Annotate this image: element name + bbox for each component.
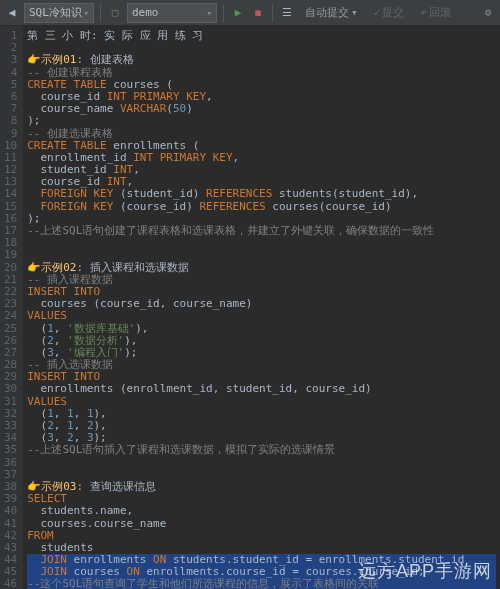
toolbar-separator	[223, 4, 224, 22]
code-line[interactable]: --上述SQL语句创建了课程表格和选课表格，并建立了外键关联，确保数据的一致性	[27, 225, 496, 237]
toolbar-separator	[272, 4, 273, 22]
console-dropdown-label: SQL冷知识	[29, 5, 82, 20]
explain-icon[interactable]: ☰	[279, 5, 295, 21]
code-line[interactable]: 👉示例03: 查询选课信息	[27, 481, 496, 493]
code-line[interactable]	[27, 249, 496, 261]
toolbar-separator	[100, 4, 101, 22]
code-line[interactable]: students.name,	[27, 505, 496, 517]
chevron-down-icon: ▾	[207, 8, 212, 18]
code-line[interactable]: courses (course_id, course_name)	[27, 298, 496, 310]
code-line[interactable]	[27, 237, 496, 249]
code-line[interactable]: FROM	[27, 530, 496, 542]
code-area[interactable]: 第 三 小 时: 实 际 应 用 练 习 👉示例01: 创建表格-- 创建课程表…	[23, 26, 500, 589]
line-gutter: 1234567891011121314151617181920212223242…	[0, 26, 23, 589]
run-icon[interactable]: ▶	[230, 5, 246, 21]
code-line[interactable]: courses.course_name	[27, 518, 496, 530]
autocommit-dropdown[interactable]: 自动提交 ▾	[299, 3, 364, 23]
code-line[interactable]: VALUES	[27, 396, 496, 408]
rollback-button[interactable]: ↶回滚	[414, 3, 457, 23]
schema-icon: ▢	[107, 5, 123, 21]
autocommit-label: 自动提交	[305, 5, 349, 20]
code-line[interactable]: --这个SQL语句查询了学生和他们所选课程的信息，展示了表格间的关联	[27, 578, 496, 589]
code-line[interactable]	[27, 457, 496, 469]
code-line[interactable]: course_name VARCHAR(50)	[27, 103, 496, 115]
code-line[interactable]: enrollments (enrollment_id, student_id, …	[27, 383, 496, 395]
commit-button[interactable]: ✓提交	[368, 3, 411, 23]
console-dropdown[interactable]: SQL冷知识 ▾	[24, 3, 94, 23]
settings-icon[interactable]: ⚙	[480, 5, 496, 21]
code-editor[interactable]: 1234567891011121314151617181920212223242…	[0, 26, 500, 589]
schema-dropdown[interactable]: demo ▾	[127, 3, 217, 23]
toolbar: ◀ SQL冷知识 ▾ ▢ demo ▾ ▶ ◼ ☰ 自动提交 ▾ ✓提交 ↶回滚…	[0, 0, 500, 26]
code-line[interactable]: 第 三 小 时: 实 际 应 用 练 习	[27, 30, 496, 42]
chevron-down-icon: ▾	[84, 8, 89, 18]
code-line[interactable]: --上述SQL语句插入了课程和选课数据，模拟了实际的选课情景	[27, 444, 496, 456]
stop-icon[interactable]: ◼	[250, 5, 266, 21]
chevron-down-icon: ▾	[351, 6, 358, 19]
back-icon[interactable]: ◀	[4, 5, 20, 21]
schema-dropdown-label: demo	[132, 6, 159, 19]
code-line[interactable]: FOREIGN KEY (course_id) REFERENCES cours…	[27, 201, 496, 213]
